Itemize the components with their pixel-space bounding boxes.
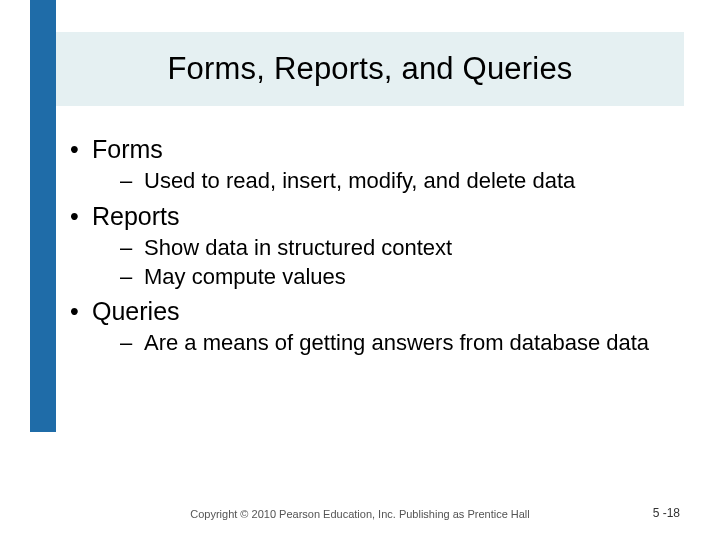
bullet-group: Forms Used to read, insert, modify, and …: [70, 134, 680, 195]
accent-bar: [30, 0, 56, 432]
slide-title: Forms, Reports, and Queries: [167, 51, 572, 87]
bullet-l1: Forms: [70, 134, 680, 165]
title-container: Forms, Reports, and Queries: [56, 32, 684, 106]
bullet-l2: Are a means of getting answers from data…: [70, 329, 680, 357]
content-area: Forms Used to read, insert, modify, and …: [70, 134, 680, 363]
bullet-l1: Queries: [70, 296, 680, 327]
bullet-l2: Show data in structured context: [70, 234, 680, 262]
page-number: 5 -18: [653, 506, 680, 520]
bullet-group: Queries Are a means of getting answers f…: [70, 296, 680, 357]
bullet-l2: May compute values: [70, 263, 680, 291]
bullet-group: Reports Show data in structured context …: [70, 201, 680, 290]
bullet-l1: Reports: [70, 201, 680, 232]
copyright-footer: Copyright © 2010 Pearson Education, Inc.…: [0, 508, 720, 520]
bullet-l2: Used to read, insert, modify, and delete…: [70, 167, 680, 195]
